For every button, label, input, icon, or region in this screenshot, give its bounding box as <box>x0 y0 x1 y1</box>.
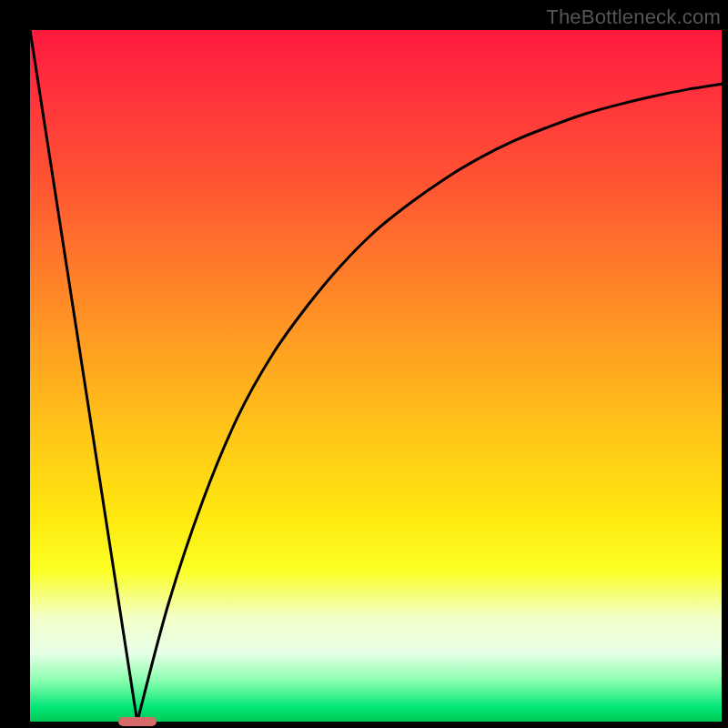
chart-curves <box>30 30 722 722</box>
curve-left-branch <box>30 30 137 722</box>
minimum-marker <box>118 717 157 726</box>
plot-area <box>30 30 722 722</box>
curve-right-branch <box>137 84 722 722</box>
chart-frame: TheBottleneck.com <box>0 0 728 728</box>
watermark-text: TheBottleneck.com <box>546 5 721 29</box>
